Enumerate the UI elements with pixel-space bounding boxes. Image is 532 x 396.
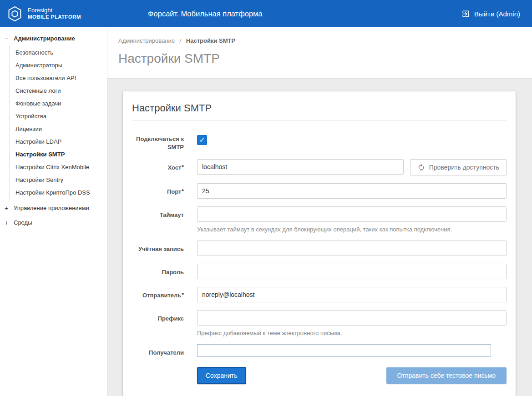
logout-button[interactable]: Выйти (Admin) [461,10,532,18]
required-asterisk: * [182,188,184,195]
connect-smtp-row: Подключаться к SMTP ✓ [132,133,507,151]
required-asterisk: * [182,164,184,170]
sender-input[interactable] [197,287,507,302]
port-row: Порт* [132,183,507,199]
host-input[interactable] [197,159,404,175]
sidebar-section-label: Среды [14,219,32,226]
required-asterisk: * [182,292,184,298]
timeout-row: Таймаут Указывает таймаут в секундах для… [132,206,507,233]
prefix-input[interactable] [197,310,507,326]
topbar: Foresight MOBILE PLATFORM Форсайт. Мобил… [0,0,532,27]
card-title: Настройки SMTP [132,102,507,121]
check-availability-button[interactable]: Проверить доступность [410,159,507,175]
sidebar-item-security[interactable]: Безопасность [10,46,107,59]
breadcrumb-separator: / [180,37,182,44]
administration-items: Безопасность Администраторы Все пользова… [10,45,107,201]
sidebar-item-system-logs[interactable]: Системные логи [10,84,107,97]
sidebar-item-administrators[interactable]: Администраторы [10,59,107,71]
logout-label: Выйти (Admin) [474,10,520,18]
sidebar-item-licenses[interactable]: Лицензии [10,122,107,135]
sidebar-section-app-management[interactable]: + Управление приложениями [0,201,107,215]
password-label: Пароль [132,264,184,279]
port-input[interactable] [197,183,507,199]
send-test-email-button[interactable]: Отправить себе тестовое письмо [386,367,507,384]
sender-label: Отправитель* [132,287,184,302]
smtp-connect-checkbox[interactable]: ✓ [197,135,207,145]
smtp-settings-card: Настройки SMTP Подключаться к SMTP ✓ [123,91,516,396]
recipients-row: Получатели [132,344,507,357]
sidebar-item-api-users[interactable]: Все пользователи API [10,71,107,84]
refresh-icon [417,164,425,171]
port-label: Порт* [132,183,184,199]
content-area: Настройки SMTP Подключаться к SMTP ✓ [107,79,532,396]
collapse-icon[interactable]: − [5,35,11,42]
sidebar-item-citrix-xenmobile-settings[interactable]: Настройки Citrix XenMobile [10,160,107,173]
password-input[interactable] [197,264,507,279]
prefix-row: Префикс Префикс добавляемый к теме элект… [132,310,507,336]
host-row: Хост* Проверить доступност [132,159,507,175]
app-title: Форсайт. Мобильная платформа [148,10,263,18]
brand-subtitle: MOBILE PLATFORM [28,14,81,20]
account-input[interactable] [197,241,507,256]
breadcrumb-parent[interactable]: Администрирование [118,37,175,44]
expand-icon[interactable]: + [5,205,11,211]
sidebar-item-devices[interactable]: Устройства [10,110,107,122]
brand: Foresight MOBILE PLATFORM [0,5,81,22]
recipients-input[interactable] [197,344,491,357]
sidebar-section-environments[interactable]: + Среды [0,215,107,230]
check-availability-label: Проверить доступность [429,164,499,171]
sidebar-item-background-tasks[interactable]: Фоновые задачи [10,97,107,110]
breadcrumb-current: Настройки SMTP [186,37,235,44]
sidebar-item-smtp-settings[interactable]: Настройки SMTP [10,148,107,160]
breadcrumb: Администрирование / Настройки SMTP [118,37,521,44]
sidebar-section-administration[interactable]: − Администрирование [0,31,107,45]
sidebar-item-cryptopro-dss-settings[interactable]: Настройки КриптоПро DSS [10,186,107,199]
foresight-logo-icon [6,5,23,22]
sidebar-section-label: Управление приложениями [14,205,89,211]
sidebar-section-label: Администрирование [14,35,75,42]
sidebar-item-sentry-settings[interactable]: Настройки Sentry [10,173,107,186]
prefix-label: Префикс [132,310,184,336]
timeout-input[interactable] [197,206,507,222]
page-header: Администрирование / Настройки SMTP Настр… [107,27,532,79]
account-label: Учётная запись [132,241,184,256]
sidebar-item-ldap-settings[interactable]: Настройки LDAP [10,135,107,148]
main-area: Администрирование / Настройки SMTP Настр… [107,27,532,396]
account-row: Учётная запись [132,241,507,256]
sender-row: Отправитель* [132,287,507,302]
host-label: Хост* [132,159,184,175]
password-row: Пароль [132,264,507,279]
expand-icon[interactable]: + [5,220,11,226]
prefix-help-text: Префикс добавляемый к теме электронного … [197,330,507,336]
recipients-label: Получатели [132,344,184,357]
actions-row: Сохранить Отправить себе тестовое письмо [132,365,507,384]
logout-icon [461,10,470,18]
brand-name: Foresight [28,7,81,14]
connect-smtp-label: Подключаться к SMTP [132,133,184,151]
save-button[interactable]: Сохранить [197,367,246,384]
timeout-label: Таймаут [132,206,184,233]
sidebar: − Администрирование Безопасность Админис… [0,27,107,396]
check-icon: ✓ [199,136,205,144]
timeout-help-text: Указывает таймаут в секундах для блокиру… [197,226,507,233]
page-title: Настройки SMTP [118,51,521,66]
